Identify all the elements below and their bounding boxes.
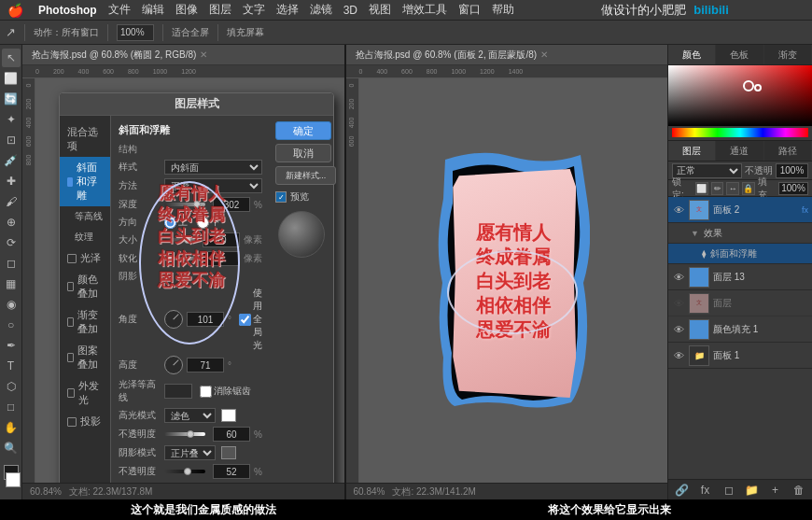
lock-image[interactable]: ✏ bbox=[711, 182, 724, 195]
dropshadow-checkbox[interactable] bbox=[67, 417, 77, 427]
layer-item-fill1[interactable]: 👁 颜色填充 1 bbox=[668, 316, 812, 343]
hue-slider[interactable] bbox=[672, 128, 808, 137]
tool-pen[interactable]: ✒ bbox=[2, 336, 21, 355]
tool-dodge[interactable]: ○ bbox=[2, 316, 21, 334]
tab-layers[interactable]: 图层 bbox=[668, 141, 716, 161]
preview-checkbox[interactable]: ✓ bbox=[275, 191, 287, 203]
fit-screen-btn[interactable]: 适合全屏 bbox=[172, 26, 209, 39]
menu-view[interactable]: 视图 bbox=[369, 2, 391, 18]
left-canvas-tab[interactable]: 抢占海报.psd @ 60.8% (椭圆 2, RGB/8) ✕ bbox=[22, 45, 344, 65]
eye-panel1[interactable]: 👁 bbox=[672, 349, 685, 362]
menu-file[interactable]: 文件 bbox=[108, 2, 131, 18]
tool-hand[interactable]: ✋ bbox=[2, 418, 21, 437]
antialiasing-checkbox[interactable]: 消除锯齿 bbox=[200, 385, 251, 398]
eye-fill1[interactable]: 👁 bbox=[672, 323, 685, 336]
shadow-mode-select[interactable]: 正片叠底 bbox=[164, 445, 216, 460]
right-canvas[interactable]: 愿有情人 终成眷属 白头到老 相依相伴 恩爱不渝 bbox=[359, 78, 668, 483]
fill-input[interactable] bbox=[778, 182, 808, 195]
tool-type[interactable]: T bbox=[2, 357, 21, 375]
tool-clone[interactable]: ⊕ bbox=[2, 213, 21, 232]
ok-button[interactable]: 确定 bbox=[275, 121, 331, 140]
layer-item-panel2[interactable]: 👁 文 面板 2 fx bbox=[668, 197, 812, 223]
menu-3d[interactable]: 3D bbox=[343, 4, 357, 17]
tool-marquee[interactable]: ⬜ bbox=[2, 69, 21, 88]
add-fx-btn[interactable]: fx bbox=[698, 483, 713, 498]
highlight-color[interactable] bbox=[221, 409, 236, 422]
menu-window[interactable]: 窗口 bbox=[458, 2, 481, 18]
global-light-checkbox[interactable]: 使用全局光 bbox=[239, 287, 262, 352]
apple-menu[interactable]: 🍎 bbox=[7, 3, 23, 18]
menu-image[interactable]: 图像 bbox=[175, 2, 198, 18]
menu-select[interactable]: 选择 bbox=[276, 2, 299, 18]
lock-all[interactable]: 🔒 bbox=[742, 182, 755, 195]
add-mask-btn[interactable]: ◻ bbox=[721, 483, 736, 498]
menu-edit[interactable]: 编辑 bbox=[142, 2, 164, 18]
eye-panel2[interactable]: 👁 bbox=[672, 204, 685, 217]
eye-layer[interactable]: 👁 bbox=[672, 297, 685, 310]
tool-lasso[interactable]: 🔄 bbox=[2, 90, 21, 108]
left-tab-close[interactable]: ✕ bbox=[200, 49, 207, 60]
background-color[interactable] bbox=[6, 472, 21, 487]
left-canvas[interactable]: 愿有情人 终成眷属 白头到老 相依相伴 恩爱不渝 bbox=[35, 78, 344, 483]
dialog-nav-drop-shadow[interactable]: 投影 bbox=[60, 411, 110, 432]
dialog-nav-gloss[interactable]: 光泽 bbox=[60, 247, 110, 269]
menu-filter[interactable]: 滤镜 bbox=[310, 2, 332, 18]
lock-position[interactable]: ↔ bbox=[726, 182, 739, 195]
zoom-input[interactable] bbox=[117, 24, 154, 41]
tab-swatches[interactable]: 色板 bbox=[716, 45, 763, 64]
tool-move[interactable]: ↖ bbox=[2, 49, 21, 67]
new-layer-btn[interactable]: + bbox=[768, 483, 783, 498]
tool-zoom[interactable]: 🔍 bbox=[2, 439, 21, 457]
delete-layer-btn[interactable]: 🗑 bbox=[791, 483, 806, 498]
right-canvas-tab[interactable]: 抢占海报.psd @ 60.8% (面板 2, 面层蒙版/8) ✕ bbox=[346, 45, 668, 65]
tab-channels[interactable]: 通道 bbox=[716, 141, 763, 161]
effects-expand[interactable]: ▼ bbox=[691, 229, 699, 238]
altitude-dial[interactable] bbox=[164, 356, 183, 374]
dialog-nav-blend[interactable]: 混合选项 bbox=[60, 121, 110, 157]
gradoverlay-checkbox[interactable] bbox=[67, 317, 74, 327]
outerglow-checkbox[interactable] bbox=[67, 388, 75, 398]
menu-plugins[interactable]: 增效工具 bbox=[402, 2, 447, 18]
layer-item-panel1[interactable]: 👁 📁 面板 1 bbox=[668, 343, 812, 369]
right-tab-close[interactable]: ✕ bbox=[540, 49, 548, 60]
layer-item-layer[interactable]: 👁 文 面层 bbox=[668, 290, 812, 316]
opacity-input[interactable] bbox=[776, 163, 808, 178]
dialog-nav-gradient-overlay[interactable]: 渐变叠加 bbox=[60, 304, 110, 340]
new-group-btn[interactable]: 📁 bbox=[745, 483, 760, 498]
angle-input[interactable]: 101 bbox=[187, 312, 224, 327]
fill-screen-btn[interactable]: 填充屏幕 bbox=[227, 26, 264, 39]
color-gradient[interactable] bbox=[668, 65, 812, 126]
color-picker-area[interactable] bbox=[668, 65, 812, 140]
cancel-button[interactable]: 取消 bbox=[275, 144, 331, 162]
tool-blur[interactable]: ◉ bbox=[2, 295, 21, 314]
tool-shape[interactable]: □ bbox=[2, 398, 21, 416]
gloss-checkbox[interactable] bbox=[67, 254, 77, 263]
layer-item-layer13[interactable]: 👁 面层 13 bbox=[668, 264, 812, 290]
tab-color[interactable]: 颜色 bbox=[668, 45, 716, 64]
lock-transparent[interactable]: ⬜ bbox=[695, 182, 708, 195]
dialog-nav-bevel[interactable]: 斜面和浮雕 bbox=[60, 157, 110, 206]
bevel-checkbox[interactable] bbox=[67, 177, 73, 187]
dialog-nav-pattern-overlay[interactable]: 图案叠加 bbox=[60, 340, 110, 375]
dialog-nav-outer-glow[interactable]: 外发光 bbox=[60, 375, 110, 411]
new-style-button[interactable]: 新建样式... bbox=[275, 166, 336, 185]
gloss-contour-preview[interactable] bbox=[164, 384, 192, 399]
tool-brush[interactable]: 🖌 bbox=[2, 192, 21, 211]
altitude-input[interactable]: 71 bbox=[187, 358, 224, 372]
dialog-nav-texture[interactable]: 纹理 bbox=[60, 227, 110, 247]
highlight-opacity-input[interactable] bbox=[213, 427, 250, 442]
style-select[interactable]: 内斜面 bbox=[164, 160, 262, 175]
dialog-nav-contour[interactable]: 等高线 bbox=[60, 206, 110, 227]
tool-eraser[interactable]: ◻ bbox=[2, 254, 21, 273]
patternoverlay-checkbox[interactable] bbox=[67, 353, 74, 362]
tab-paths[interactable]: 路径 bbox=[764, 141, 812, 161]
menu-help[interactable]: 帮助 bbox=[492, 2, 514, 18]
tool-history[interactable]: ⟳ bbox=[2, 233, 21, 252]
layer-effects-group[interactable]: ▼ 效果 bbox=[668, 223, 812, 244]
layer-bevel-effect[interactable]: ⧫ 斜面和浮雕 bbox=[668, 244, 812, 264]
dialog-nav-color-overlay[interactable]: 颜色叠加 bbox=[60, 269, 110, 304]
tool-heal[interactable]: ✚ bbox=[2, 172, 21, 190]
shadow-color[interactable] bbox=[221, 446, 236, 459]
angle-dial[interactable] bbox=[164, 310, 183, 329]
coloroverlay-checkbox[interactable] bbox=[67, 282, 74, 291]
